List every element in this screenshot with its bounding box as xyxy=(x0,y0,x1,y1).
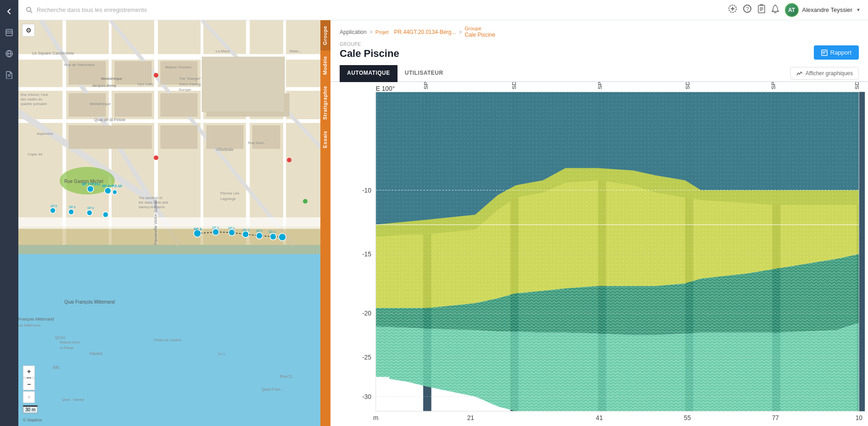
breadcrumb-application: Application xyxy=(340,29,367,35)
svg-rect-35 xyxy=(202,57,285,112)
sidebar-document[interactable] xyxy=(2,68,16,82)
svg-rect-32 xyxy=(161,126,197,149)
map-settings-button[interactable]: ⚙ xyxy=(22,24,35,37)
svg-text:-30: -30 xyxy=(362,393,371,401)
svg-text:François Mitterrand: François Mitterrand xyxy=(18,317,54,321)
breadcrumb-sep2: > xyxy=(459,29,462,35)
svg-rect-31 xyxy=(69,126,151,149)
zoom-out-button[interactable]: − xyxy=(23,378,35,390)
sidebar-back[interactable] xyxy=(2,5,16,18)
svg-text:SP.4: SP.4 xyxy=(87,206,94,210)
svg-line-9 xyxy=(30,11,32,13)
svg-text:Rue Dour...: Rue Dour... xyxy=(248,141,266,145)
data-panel: Application > Projet PR.44GT.20.0134-Ber… xyxy=(330,20,868,426)
svg-text:Quai Fran...: Quai Fran... xyxy=(262,387,284,392)
tab-bar: AUTOMATIQUE UTILISATEUR Afficher graphiq… xyxy=(330,65,868,82)
svg-point-104 xyxy=(154,155,158,160)
svg-point-88 xyxy=(87,210,92,216)
svg-text:Maison Trochon: Maison Trochon xyxy=(165,65,191,69)
svg-text:Quai de la Fosse: Quai de la Fosse xyxy=(94,117,125,122)
map-canvas[interactable]: Le Square Cambronne Rue de l'Héronière M… xyxy=(18,20,330,426)
svg-point-101 xyxy=(270,233,276,240)
chevron-down-icon: ▼ xyxy=(856,7,861,12)
svg-point-107 xyxy=(287,158,291,162)
help-icon[interactable]: ? xyxy=(743,4,752,16)
vtab-essais[interactable]: Essais xyxy=(320,125,330,154)
mapbox-logo: © Mapbox xyxy=(23,418,42,422)
svg-text:SP-2: SP-2 xyxy=(597,82,603,89)
sidebar-layers[interactable] xyxy=(2,26,16,39)
svg-text:Jacques-Demy: Jacques-Demy xyxy=(92,83,116,88)
svg-text:SP 3: SP 3 xyxy=(194,227,202,231)
svg-text:SD-2: SD-2 xyxy=(685,82,691,89)
svg-point-93 xyxy=(213,229,219,235)
tab-automatique[interactable]: AUTOMATIQUE xyxy=(340,65,398,82)
svg-rect-34 xyxy=(252,126,280,149)
svg-text:Quai - l'atelier: Quai - l'atelier xyxy=(62,398,84,402)
user-area[interactable]: AT Alexandre Teyssier ▼ xyxy=(785,3,861,17)
svg-text:Rue d'Ancin, l'une: Rue d'Ancin, l'une xyxy=(21,93,48,97)
svg-text:Maison Avril: Maison Avril xyxy=(60,340,79,344)
svg-text:Europe.: Europe. xyxy=(179,88,192,92)
svg-text:E 100°: E 100° xyxy=(376,85,395,93)
add-icon[interactable] xyxy=(728,4,737,16)
svg-text:The "triangle": The "triangle" xyxy=(179,77,201,81)
svg-point-86 xyxy=(68,209,74,215)
svg-rect-33 xyxy=(207,126,243,149)
svg-text:SP.1: SP.1 xyxy=(256,229,263,232)
svg-rect-0 xyxy=(6,29,12,36)
svg-rect-108 xyxy=(822,50,827,55)
svg-text:slavery in France: slavery in France xyxy=(139,205,165,209)
sidebar-globe[interactable] xyxy=(2,47,16,61)
breadcrumb-sep1: > xyxy=(370,29,373,35)
afficher-graphiques-button[interactable]: Afficher graphiques xyxy=(790,67,859,80)
svg-rect-28 xyxy=(115,94,151,116)
user-name: Alexandre Teyssier xyxy=(802,6,853,13)
vtab-stratigraphie[interactable]: Stratigraphie xyxy=(320,80,330,125)
svg-text:des ruelles du: des ruelles du xyxy=(21,97,42,101)
user-avatar: AT xyxy=(785,3,799,17)
clipboard-icon[interactable] xyxy=(757,4,766,16)
svg-text:55: 55 xyxy=(684,414,691,422)
svg-text:Médiathèque: Médiathèque xyxy=(101,77,123,81)
vtab-modele[interactable]: Modèle xyxy=(320,50,330,80)
map-controls: + − ↑ xyxy=(23,365,35,403)
rapport-button[interactable]: Rapport xyxy=(814,45,859,60)
svg-text:77: 77 xyxy=(772,414,779,422)
search-area[interactable]: Recherche dans tous les enregistrements xyxy=(26,6,722,14)
breadcrumb-groupe-value[interactable]: Cale Piscine xyxy=(465,32,495,38)
map-north-button[interactable]: ↑ xyxy=(23,391,35,403)
zoom-in-button[interactable]: + xyxy=(23,365,35,377)
breadcrumb: Application > Projet PR.44GT.20.0134-Ber… xyxy=(330,20,868,40)
svg-rect-23 xyxy=(115,61,151,84)
rapport-icon xyxy=(821,50,828,56)
svg-point-8 xyxy=(27,7,31,11)
group-header: GROUPE Cale Piscine Rapport xyxy=(330,40,868,65)
search-icon xyxy=(26,6,33,14)
svg-text:21: 21 xyxy=(467,414,474,422)
sidebar xyxy=(0,0,18,426)
svg-text:Passerelle Victor-Schoel...: Passerelle Victor-Schoel... xyxy=(153,197,158,245)
svg-text:Palais de Justice: Palais de Justice xyxy=(154,338,182,342)
svg-point-103 xyxy=(279,233,286,241)
breadcrumb-groupe-label: Groupe xyxy=(465,26,495,31)
svg-text:SP 7+P211: SP 7+P211 xyxy=(82,182,101,186)
svg-rect-38 xyxy=(18,217,330,229)
breadcrumb-projet-label: Projet xyxy=(375,29,389,35)
svg-text:quartier portuaire: quartier portuaire xyxy=(21,102,47,106)
svg-text:SD-1: SD-1 xyxy=(854,82,860,89)
vtab-groupe[interactable]: Groupe xyxy=(320,20,330,50)
vertical-tabs: Groupe Modèle Stratigraphie Essais xyxy=(320,20,330,426)
svg-text:Statio...: Statio... xyxy=(289,49,302,53)
tab-utilisateur[interactable]: UTILISATEUR xyxy=(398,65,451,82)
svg-text:SP 2: SP 2 xyxy=(212,226,219,229)
svg-point-90 xyxy=(103,212,108,217)
svg-text:m: m xyxy=(373,414,378,422)
svg-point-82 xyxy=(112,190,117,194)
svg-text:SD-3: SD-3 xyxy=(511,82,517,89)
svg-point-95 xyxy=(229,229,235,236)
breadcrumb-projet-value[interactable]: PR.44GT.20.0134-Berg... xyxy=(394,29,456,35)
notification-icon[interactable] xyxy=(771,4,779,16)
svg-point-99 xyxy=(256,232,263,239)
svg-text:Bât.: Bât. xyxy=(53,365,60,370)
